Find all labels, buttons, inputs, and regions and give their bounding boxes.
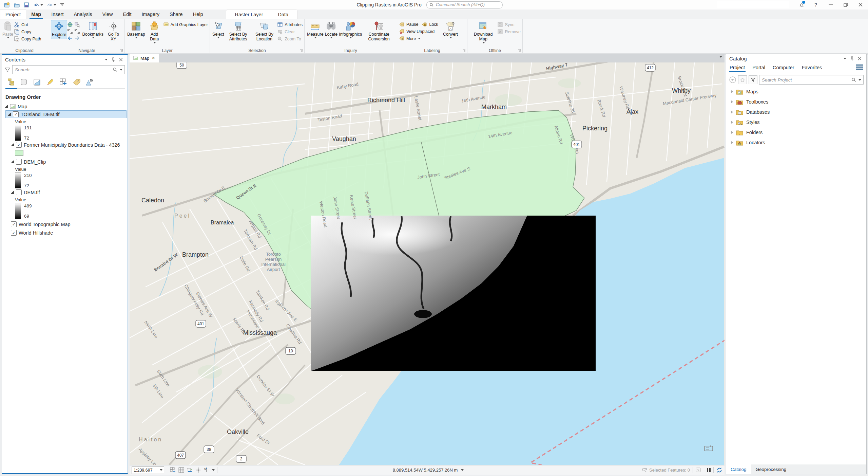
tab-help[interactable]: Help (188, 10, 208, 19)
attributes-button[interactable]: Attributes (277, 21, 303, 28)
download-map-button[interactable]: Download Map (469, 20, 497, 43)
labeling-dialog-launcher-icon[interactable] (462, 49, 466, 52)
layer-row-boundaries[interactable]: ✓ Former Municipality Boundaries Data - … (2, 141, 128, 149)
catalog-tab-computer[interactable]: Computer (773, 65, 794, 72)
expand-icon[interactable] (731, 90, 733, 93)
catalog-item-styles[interactable]: Styles (726, 117, 866, 127)
tab-share[interactable]: Share (165, 10, 188, 19)
boundaries-symbol-swatch[interactable] (15, 150, 23, 156)
fixed-zoom-out-icon[interactable] (74, 29, 80, 34)
go-to-xy-button[interactable]: Go To XY (104, 20, 123, 42)
close-map-tab-icon[interactable]: ✕ (152, 56, 155, 60)
list-by-drawing-order-tab[interactable] (5, 77, 16, 87)
select-by-location-button[interactable]: Select By Location (252, 20, 277, 42)
north-arrow-icon[interactable]: N (204, 467, 209, 473)
catalog-item-maps[interactable]: Maps (726, 87, 866, 97)
help-button[interactable]: ? (808, 0, 823, 10)
layer-checkbox-unchecked[interactable] (16, 159, 22, 165)
list-by-snapping-tab[interactable] (58, 77, 69, 87)
view-tab-overflow-icon[interactable] (719, 56, 722, 58)
catalog-filter-icon[interactable] (749, 75, 757, 84)
sync-button[interactable]: Sync (497, 21, 521, 28)
pause-labeling-button[interactable]: Pause (399, 21, 418, 28)
notifications-bell-icon[interactable] (795, 0, 808, 10)
dynamic-constraints-icon[interactable] (187, 467, 193, 473)
tab-insert[interactable]: Insert (46, 10, 69, 19)
contents-menu-chevron-icon[interactable] (102, 57, 110, 63)
expand-icon[interactable] (5, 105, 8, 108)
bookmarks-button[interactable]: Bookmarks (81, 20, 104, 38)
snapping-toggle-icon[interactable] (170, 467, 176, 473)
measure-button[interactable]: Measure (306, 20, 324, 38)
command-search-input[interactable]: Command Search (Alt+Q) (426, 1, 503, 8)
minimize-button[interactable] (823, 0, 838, 10)
customize-qat-icon[interactable] (60, 3, 64, 7)
sign-in-area[interactable] (717, 1, 789, 8)
layer-row-dem-clip[interactable]: DEM_Clip (2, 158, 128, 166)
catalog-search-chevron-icon[interactable] (858, 79, 861, 81)
lock-labeling-button[interactable]: Lock (422, 21, 438, 28)
status-more-icon[interactable] (212, 469, 214, 471)
crosshair-icon[interactable] (196, 467, 201, 473)
copy-path-button[interactable]: w Copy Path (14, 36, 41, 42)
map-canvas[interactable]: Kirby Road Teston Road 16th Avenue 14th … (130, 62, 725, 465)
catalog-search-input[interactable]: Search Project (759, 75, 864, 85)
list-by-data-source-tab[interactable] (19, 77, 29, 87)
map-overflow-icon[interactable] (704, 445, 713, 452)
expand-icon[interactable] (731, 131, 733, 134)
map-view-tab[interactable]: Map ✕ (130, 54, 159, 62)
contents-close-icon[interactable] (117, 57, 124, 63)
selection-dialog-launcher-icon[interactable] (299, 49, 303, 52)
layer-checkbox-checked[interactable]: ✓ (13, 111, 19, 117)
add-data-button[interactable]: Add Data (146, 20, 163, 43)
catalog-tab-portal[interactable]: Portal (752, 65, 765, 72)
list-by-selection-tab[interactable] (32, 77, 42, 87)
copy-button[interactable]: Copy (14, 29, 41, 35)
layer-row-toisland-dem[interactable]: ✓ TOIsland_DEM.tif (5, 110, 127, 118)
catalog-tab-favorites[interactable]: Favorites (802, 65, 822, 72)
layer-checkbox-checked[interactable]: ✓ (16, 142, 22, 148)
expand-icon[interactable] (11, 191, 14, 194)
navigate-dialog-launcher-icon[interactable] (119, 49, 123, 52)
grid-icon[interactable] (178, 467, 184, 473)
contents-search-chevron-icon[interactable] (119, 69, 122, 71)
back-icon[interactable] (729, 76, 736, 84)
refresh-button[interactable] (716, 467, 722, 473)
tab-imagery[interactable]: Imagery (137, 10, 165, 19)
convert-labels-button[interactable]: A Convert (442, 20, 459, 38)
offline-dialog-launcher-icon[interactable] (517, 49, 521, 52)
tab-project[interactable]: Project (0, 10, 26, 19)
expand-icon[interactable] (731, 110, 733, 114)
zoom-selection-icon[interactable] (74, 22, 80, 28)
coordinate-conversion-button[interactable]: Coordinate Conversion (363, 20, 395, 42)
paste-button[interactable]: Paste (2, 20, 14, 38)
save-project-icon[interactable] (24, 2, 30, 7)
select-tool-status-icon[interactable] (696, 468, 701, 473)
home-icon[interactable] (738, 75, 747, 84)
fixed-zoom-in-icon[interactable] (67, 29, 73, 34)
locate-button[interactable]: Locate (324, 20, 339, 38)
catalog-item-toolboxes[interactable]: Toolboxes (726, 97, 866, 107)
tab-data[interactable]: Data (271, 10, 296, 19)
catalog-pin-icon[interactable] (848, 56, 856, 62)
list-by-perspective-tab[interactable] (85, 77, 95, 87)
expand-icon[interactable] (11, 143, 14, 146)
cut-button[interactable]: Cut (14, 21, 41, 28)
catalog-item-folders[interactable]: Folders (726, 127, 866, 138)
full-extent-icon[interactable] (67, 22, 73, 28)
tab-raster-layer[interactable]: Raster Layer (228, 10, 271, 19)
coordinate-units-chevron-icon[interactable] (461, 469, 463, 471)
undo-button[interactable] (34, 2, 43, 7)
previous-extent-icon[interactable] (67, 35, 73, 41)
infographics-button[interactable]: Infographics (338, 20, 363, 38)
expand-icon[interactable] (731, 141, 733, 144)
redo-button[interactable] (47, 2, 56, 7)
select-button[interactable]: Select (212, 20, 225, 38)
remove-button[interactable]: Remove (497, 29, 521, 35)
catalog-item-locators[interactable]: Locators (726, 138, 866, 148)
catalog-tab-project[interactable]: Project (730, 65, 745, 72)
list-by-labeling-tab[interactable] (72, 77, 82, 87)
redo-dropdown-icon[interactable] (53, 4, 56, 6)
coordinate-readout[interactable]: 8,889,514.54W 5,429,257.26N m (393, 468, 458, 473)
bottom-tab-catalog[interactable]: Catalog (726, 464, 751, 474)
